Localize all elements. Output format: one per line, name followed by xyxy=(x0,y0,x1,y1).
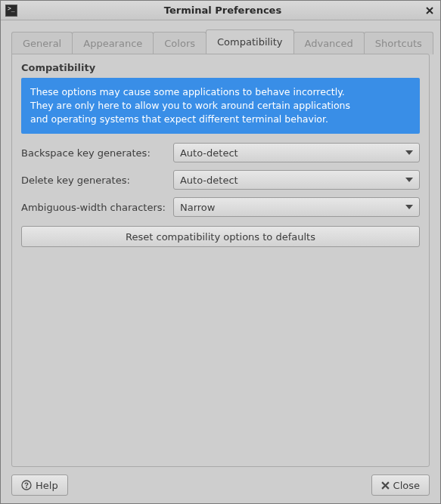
terminal-icon xyxy=(5,5,17,17)
tab-appearance[interactable]: Appearance xyxy=(72,32,154,54)
chevron-down-icon xyxy=(405,205,413,209)
section-heading: Compatibility xyxy=(21,62,420,73)
tab-compatibility[interactable]: Compatibility xyxy=(206,29,294,54)
info-banner: These options may cause some application… xyxy=(21,78,420,134)
ambwidth-combo-value: Narrow xyxy=(180,202,405,213)
ambwidth-label: Ambiguous-width characters: xyxy=(21,202,166,213)
help-label: Help xyxy=(36,480,58,491)
delete-combo-value: Auto-detect xyxy=(180,175,405,186)
close-label: Close xyxy=(393,480,420,491)
close-icon xyxy=(381,481,390,490)
info-text: These options may cause some application… xyxy=(30,86,350,125)
help-icon xyxy=(21,480,32,490)
reset-defaults-button[interactable]: Reset compatibility options to defaults xyxy=(21,226,420,247)
window-title: Terminal Preferences xyxy=(22,5,424,16)
backspace-combo[interactable]: Auto-detect xyxy=(173,143,420,162)
close-icon xyxy=(426,7,433,14)
chevron-down-icon xyxy=(405,178,413,182)
reset-defaults-label: Reset compatibility options to defaults xyxy=(126,231,315,243)
chevron-down-icon xyxy=(405,150,413,155)
svg-point-1 xyxy=(26,487,27,488)
dialog-footer: Help Close xyxy=(1,467,440,503)
backspace-label: Backspace key generates: xyxy=(21,147,166,159)
delete-combo[interactable]: Auto-detect xyxy=(173,170,420,190)
form-rows: Backspace key generates: Auto-detect Del… xyxy=(21,143,420,217)
tab-shortcuts[interactable]: Shortcuts xyxy=(364,32,433,54)
tab-colors[interactable]: Colors xyxy=(153,32,207,54)
titlebar: Terminal Preferences xyxy=(1,1,440,20)
help-button[interactable]: Help xyxy=(11,475,68,496)
close-button[interactable]: Close xyxy=(371,475,430,496)
tab-panel-compatibility: Compatibility These options may cause so… xyxy=(11,54,430,467)
tabstrip: General Appearance Colors Compatibility … xyxy=(11,29,430,54)
tab-general[interactable]: General xyxy=(11,32,73,54)
tab-advanced[interactable]: Advanced xyxy=(293,32,365,54)
window-close-button[interactable] xyxy=(424,5,436,17)
preferences-window: Terminal Preferences General Appearance … xyxy=(0,0,441,504)
backspace-combo-value: Auto-detect xyxy=(180,147,405,159)
ambwidth-combo[interactable]: Narrow xyxy=(173,197,420,217)
delete-label: Delete key generates: xyxy=(21,175,166,186)
content-area: General Appearance Colors Compatibility … xyxy=(1,20,440,467)
